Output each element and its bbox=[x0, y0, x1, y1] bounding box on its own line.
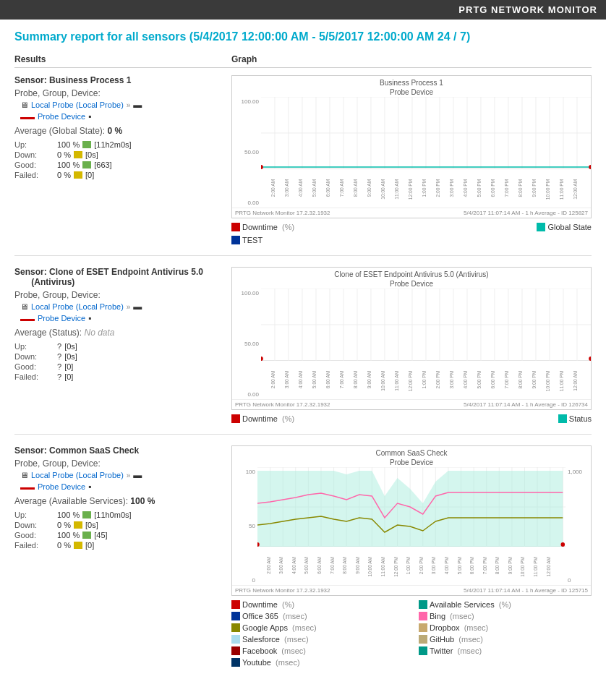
legend-office365-3: Office 365 (msec) bbox=[231, 612, 404, 620]
svg-text:5:00 PM: 5:00 PM bbox=[457, 557, 462, 574]
stat-down-1: Down: 0 % [0s] bbox=[14, 150, 221, 159]
legend-2: Downtime (%) Status bbox=[231, 414, 592, 423]
page-content: Summary report for all sensors (5/4/2017… bbox=[0, 20, 606, 699]
stats-1: Up: 100 % [11h2m0s] Down: 0 % [0s] Good:… bbox=[14, 140, 221, 179]
graph-footer-1: PRTG Network Monitor 17.2.32.1932 5/4/20… bbox=[232, 208, 591, 218]
svg-text:3:00 PM: 3:00 PM bbox=[449, 179, 454, 197]
results-col-1: Sensor: Business Process 1 Probe, Group,… bbox=[14, 75, 231, 244]
svg-text:5:00 PM: 5:00 PM bbox=[477, 371, 482, 389]
svg-text:7:00 PM: 7:00 PM bbox=[482, 557, 487, 574]
svg-text:7:00 AM: 7:00 AM bbox=[339, 371, 344, 388]
legend-1b: TEST bbox=[231, 236, 592, 244]
svg-text:10:00 AM: 10:00 AM bbox=[380, 179, 385, 200]
probe-computer-icon-2: 🖥 bbox=[20, 302, 28, 311]
stat-bar-down-3 bbox=[74, 521, 82, 529]
legend-facebook-3: Facebook (msec) bbox=[231, 646, 404, 655]
col-graph-header: Graph bbox=[231, 54, 592, 64]
stat-up-2: Up: ? [0s] bbox=[14, 342, 221, 351]
legend-color-test-1 bbox=[231, 236, 240, 244]
stat-good-3: Good: 100 % [45] bbox=[14, 531, 221, 539]
legend-item-downtime-2: Downtime (%) bbox=[231, 414, 294, 423]
legend-1: Downtime (%) Global State bbox=[231, 223, 592, 231]
stat-good-1: Good: 100 % [663] bbox=[14, 161, 221, 169]
legend-color-downtime-2 bbox=[231, 414, 240, 423]
legend-label-globalstate-1: Global State bbox=[547, 223, 592, 231]
svg-text:9:00 AM: 9:00 AM bbox=[355, 557, 360, 574]
graph-title-2: Clone of ESET Endpoint Antivirus 5.0 (An… bbox=[232, 268, 591, 289]
probe-dash-2: ▬ bbox=[133, 302, 142, 312]
graph-title-3: Common SaaS Check Probe Device bbox=[232, 446, 591, 467]
legend-color-status-2 bbox=[558, 414, 567, 423]
legend-salesforce-3: Salesforce (msec) bbox=[231, 635, 404, 644]
stat-bar-failed-3 bbox=[74, 542, 82, 549]
probe-arrow-2: » bbox=[127, 303, 131, 311]
device-icon-3: ▬▬ bbox=[20, 483, 35, 491]
app-header: PRTG NETWORK MONITOR bbox=[0, 0, 606, 20]
sensor-name-3: Sensor: Common SaaS Check bbox=[14, 445, 221, 456]
sensor-block-3: Sensor: Common SaaS Check Probe, Group, … bbox=[14, 445, 592, 678]
stat-bar-up-3 bbox=[82, 511, 91, 518]
device-dash-2: ▪ bbox=[88, 313, 91, 323]
device-text-2[interactable]: Probe Device bbox=[38, 314, 85, 323]
svg-text:6:00 PM: 6:00 PM bbox=[469, 557, 474, 574]
probe-text-1[interactable]: Local Probe (Local Probe) bbox=[31, 101, 124, 109]
svg-text:11:00 PM: 11:00 PM bbox=[533, 557, 538, 577]
probe-text-3[interactable]: Local Probe (Local Probe) bbox=[31, 471, 124, 479]
svg-text:6:00 AM: 6:00 AM bbox=[325, 371, 330, 388]
legend-label-downtime-1: Downtime bbox=[242, 223, 278, 231]
svg-text:10:00 AM: 10:00 AM bbox=[367, 557, 372, 576]
svg-text:12:00 AM: 12:00 AM bbox=[573, 371, 578, 391]
svg-text:1:00 PM: 1:00 PM bbox=[422, 371, 427, 389]
stat-down-2: Down: ? [0s] bbox=[14, 352, 221, 361]
probe-row-2: 🖥 Local Probe (Local Probe) » ▬ bbox=[20, 302, 221, 312]
svg-text:4:00 PM: 4:00 PM bbox=[463, 179, 468, 197]
graph-footer-2: PRTG Network Monitor 17.2.32.1932 5/4/20… bbox=[232, 399, 591, 409]
legend-bing-3: Bing (msec) bbox=[419, 612, 592, 620]
svg-text:5:00 PM: 5:00 PM bbox=[477, 179, 482, 197]
svg-text:9:00 PM: 9:00 PM bbox=[532, 371, 537, 389]
probe-group-label-3: Probe, Group, Device: bbox=[14, 458, 221, 469]
probe-dash-3: ▬ bbox=[133, 470, 142, 480]
svg-text:11:00 AM: 11:00 AM bbox=[394, 179, 399, 200]
svg-text:6:00 AM: 6:00 AM bbox=[317, 557, 322, 574]
stat-good-2: Good: ? [0] bbox=[14, 362, 221, 371]
svg-text:2:00 AM: 2:00 AM bbox=[270, 179, 276, 197]
graph-container-1: Business Process 1 Probe Device 100.00 5… bbox=[231, 75, 592, 218]
svg-text:2:00 AM: 2:00 AM bbox=[270, 371, 276, 388]
svg-text:5:00 AM: 5:00 AM bbox=[312, 371, 317, 388]
probe-dash-1: ▬ bbox=[133, 100, 142, 110]
svg-text:2:00 PM: 2:00 PM bbox=[435, 179, 440, 197]
stat-bar-up-1 bbox=[82, 141, 91, 148]
legend-twitter-3: Twitter (msec) bbox=[419, 646, 592, 655]
legend-item-downtime-1: Downtime (%) bbox=[231, 223, 294, 231]
svg-text:4:00 AM: 4:00 AM bbox=[298, 371, 303, 388]
legend-unit-downtime-1: (%) bbox=[280, 223, 294, 231]
device-row-3: ▬▬ Probe Device ▪ bbox=[20, 482, 221, 492]
legend-dropbox-3: Dropbox (msec) bbox=[419, 623, 592, 632]
legend-label-status-2: Status bbox=[569, 414, 592, 423]
sensor-block-1: Sensor: Business Process 1 Probe, Group,… bbox=[14, 75, 592, 256]
x-axis-3: 1:00 AM 2:00 AM 3:00 AM 4:00 AM 5:00 AM … bbox=[257, 549, 566, 585]
x-axis-1: 1:00 AM 2:00 AM 3:00 AM 4:00 AM 5:00 AM … bbox=[261, 171, 591, 208]
col-results-header: Results bbox=[14, 54, 231, 64]
svg-text:4:00 PM: 4:00 PM bbox=[463, 371, 468, 389]
svg-point-27 bbox=[589, 165, 591, 169]
legend-downtime-3: Downtime (%) bbox=[231, 600, 404, 609]
svg-text:9:00 AM: 9:00 AM bbox=[367, 179, 372, 197]
probe-text-2[interactable]: Local Probe (Local Probe) bbox=[31, 302, 124, 311]
svg-text:9:00 AM: 9:00 AM bbox=[367, 371, 372, 388]
svg-text:1:00 PM: 1:00 PM bbox=[422, 179, 427, 197]
svg-text:8:00 AM: 8:00 AM bbox=[353, 371, 358, 388]
results-col-2: Sensor: Clone of ESET Endpoint Antivirus… bbox=[14, 267, 231, 423]
svg-text:12:00 PM: 12:00 PM bbox=[393, 557, 398, 577]
device-text-3[interactable]: Probe Device bbox=[38, 482, 85, 491]
stat-down-3: Down: 0 % [0s] bbox=[14, 521, 221, 529]
graph-svg-1 bbox=[261, 97, 591, 169]
sensor-block-2: Sensor: Clone of ESET Endpoint Antivirus… bbox=[14, 267, 592, 435]
svg-text:7:00 PM: 7:00 PM bbox=[504, 179, 509, 197]
device-text-1[interactable]: Probe Device bbox=[38, 112, 85, 121]
svg-text:6:00 AM: 6:00 AM bbox=[325, 179, 330, 197]
svg-text:9:00 PM: 9:00 PM bbox=[532, 179, 537, 197]
stat-bar-good-3 bbox=[82, 532, 91, 539]
svg-text:11:00 AM: 11:00 AM bbox=[394, 371, 399, 391]
